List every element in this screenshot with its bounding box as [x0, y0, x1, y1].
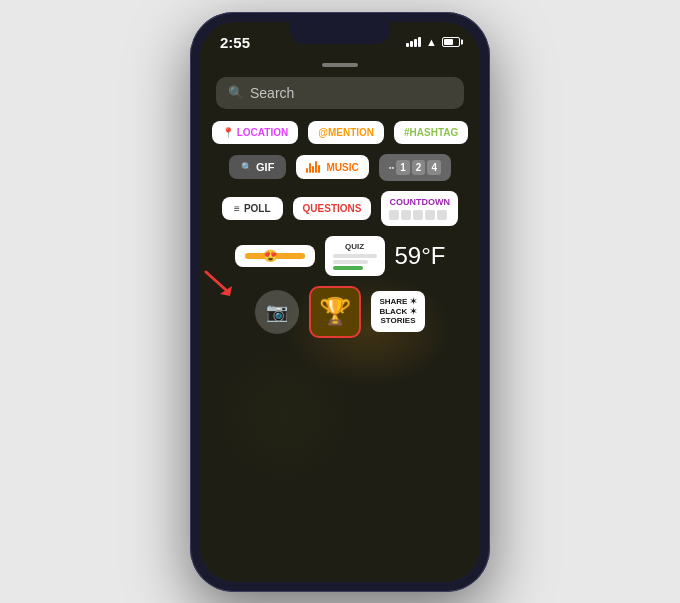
sticker-poll[interactable]: ≡ POLL: [222, 197, 283, 220]
share-line-3: STORIES: [379, 316, 416, 326]
search-placeholder: Search: [250, 85, 294, 101]
sticker-row-2: 🔍 GIF MUSIC •• 1 2: [210, 154, 470, 181]
sticker-temperature[interactable]: 59°F: [395, 242, 446, 270]
countdown-boxes: [389, 210, 450, 220]
search-icon: 🔍: [228, 85, 244, 100]
share-line-1: SHARE ✶: [379, 297, 416, 307]
sticker-counter[interactable]: •• 1 2 4: [379, 154, 451, 181]
sticker-questions[interactable]: QUESTIONS: [293, 197, 372, 220]
sticker-row-5: 📷 🏆 SHARE ✶ BLACK ✶ STORIES: [210, 286, 470, 344]
location-icon: 📍: [222, 127, 234, 138]
slider-track: 😍: [245, 253, 305, 259]
hashtag-label: #HASHTAG: [404, 127, 458, 138]
status-time: 2:55: [220, 34, 250, 51]
sticker-share-black-stories[interactable]: SHARE ✶ BLACK ✶ STORIES: [371, 291, 424, 332]
camera-icon: 📷: [266, 301, 288, 323]
svg-line-0: [206, 272, 226, 290]
countdown-label: COUNTDOWN: [389, 197, 450, 207]
sticker-quiz[interactable]: QUIZ: [325, 236, 385, 276]
share-line-2: BLACK ✶: [379, 307, 416, 317]
counter-digit-2: 2: [412, 160, 426, 175]
sticker-row-4: 😍 QUIZ 59°F: [210, 236, 470, 276]
search-bar[interactable]: 🔍 Search: [216, 77, 464, 109]
sticker-gif[interactable]: 🔍 GIF: [229, 155, 286, 179]
poll-icon: ≡: [234, 203, 240, 214]
slider-thumb-emoji: 😍: [263, 248, 279, 264]
phone-screen: 2:55 ▲ 🔍 Search: [200, 22, 480, 582]
arrow-indicator: [202, 268, 238, 302]
counter-digit-1: 1: [396, 160, 410, 175]
quiz-lines: [333, 254, 377, 270]
badge-emoji: 🏆: [319, 296, 351, 327]
sticker-hashtag[interactable]: #HASHTAG: [394, 121, 468, 144]
sticker-slider[interactable]: 😍: [235, 245, 315, 267]
wifi-icon: ▲: [426, 36, 437, 48]
music-label: MUSIC: [326, 162, 358, 173]
mention-label: @MENTION: [318, 127, 374, 138]
camera-button[interactable]: 📷: [255, 290, 299, 334]
sticker-row-1: 📍 LOCATION @MENTION #HASHTAG: [210, 121, 470, 144]
gif-search-icon: 🔍: [241, 162, 252, 172]
drag-handle: [322, 63, 358, 67]
location-label: LOCATION: [237, 127, 288, 138]
questions-label: QUESTIONS: [303, 203, 362, 214]
counter-digit-3: 4: [427, 160, 441, 175]
sticker-mention[interactable]: @MENTION: [308, 121, 384, 144]
status-icons: ▲: [406, 36, 460, 48]
sticker-music[interactable]: MUSIC: [296, 155, 368, 179]
counter-dots: ••: [389, 163, 395, 172]
signal-icon: [406, 37, 421, 47]
gif-label: GIF: [256, 161, 274, 173]
sticker-row-3: ≡ POLL QUESTIONS COUNTDOWN: [210, 191, 470, 226]
sticker-countdown[interactable]: COUNTDOWN: [381, 191, 458, 226]
phone-frame: 2:55 ▲ 🔍 Search: [190, 12, 490, 592]
quiz-title: QUIZ: [333, 242, 377, 251]
stickers-grid: 📍 LOCATION @MENTION #HASHTAG 🔍 GIF: [200, 119, 480, 582]
phone-notch: [290, 22, 390, 44]
sticker-location[interactable]: 📍 LOCATION: [212, 121, 298, 144]
battery-icon: [442, 37, 460, 47]
sticker-badge-highlighted[interactable]: 🏆: [309, 286, 361, 338]
poll-label: POLL: [244, 203, 271, 214]
music-bars-icon: [306, 161, 320, 173]
red-arrow-icon: [202, 268, 238, 298]
